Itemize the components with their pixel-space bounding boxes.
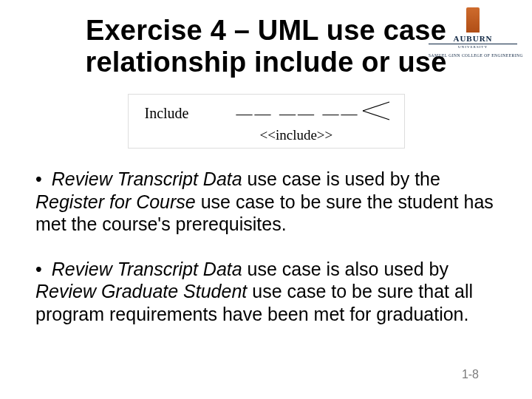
uml-arrowhead-icon [361,100,394,122]
slide: AUBURN UNIVERSITY SAMUEL GINN COLLEGE OF… [0,0,532,399]
tower-icon [466,7,480,33]
bullet-2-text-1: use case is also used by [242,259,449,279]
auburn-logo: AUBURN UNIVERSITY SAMUEL GINN COLLEGE OF… [429,7,517,58]
svg-line-1 [363,111,389,120]
bullet-1: • Review Transcript Data use case is use… [35,168,497,236]
logo-subtitle: UNIVERSITY [429,45,517,49]
slide-title: Exercise 4 – UML use case relationship i… [74,15,458,78]
uml-include-figure: Include —— —— —— <<include>> [128,94,405,149]
uml-stereotype: <<include>> [260,127,333,143]
uml-include-label: Include [145,105,189,122]
bullet-1-em-1: Review Transcript Data [52,168,242,189]
uml-dashed-line: —— —— —— [236,104,360,123]
bullet-1-em-2: Register for Course [35,191,196,212]
logo-title: AUBURN [429,34,517,44]
page-number: 1-8 [462,368,479,381]
bullet-dot: • [35,168,42,189]
logo-college: SAMUEL GINN COLLEGE OF ENGINEERING [429,53,517,58]
svg-line-0 [363,102,389,111]
bullet-2-em-1: Review Transcript Data [52,259,242,279]
bullet-2-em-2: Review Graduate Student [35,281,247,301]
bullet-dot: • [35,259,42,279]
bullet-1-text-1: use case is used by the [242,168,440,189]
bullet-2: • Review Transcript Data use case is als… [35,258,497,326]
